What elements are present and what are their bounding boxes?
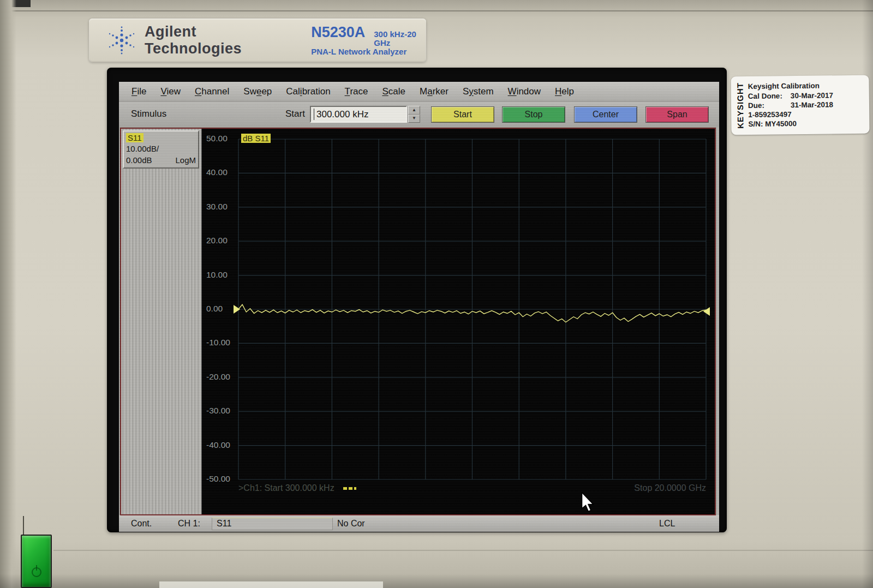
measurement-status: S11 xyxy=(217,519,231,528)
stimulus-toolbar: Stimulus Start ▲ ▼ StartStopCenterSpan xyxy=(119,102,719,127)
span-button[interactable]: Span xyxy=(645,106,709,123)
frequency-range: 300 kHz-20 GHz xyxy=(374,30,426,47)
panel-bottom-shade xyxy=(0,574,873,588)
sweep-mode-status: Cont. xyxy=(131,519,152,529)
plot-area: -50.00-40.00-30.00-20.00-10.000.0010.002… xyxy=(202,129,715,514)
mouse-cursor xyxy=(581,493,597,512)
menu-marker[interactable]: Marker xyxy=(412,86,456,97)
sweep-indicator xyxy=(343,487,356,490)
menu-view[interactable]: View xyxy=(153,86,188,97)
spinner-up-button[interactable]: ▲ xyxy=(408,106,420,115)
calibration-sticker: KEYSIGHT Keysight Calibration Cal Done:3… xyxy=(731,75,869,135)
product-line: PNA-L Network Analyzer xyxy=(311,47,426,56)
model-block: N5230A 300 kHz-20 GHz PNA-L Network Anal… xyxy=(311,25,426,56)
trace-scale: 10.00dB/ xyxy=(126,143,196,154)
analyzer-application: FileViewChannelSweepCalibrationTraceScal… xyxy=(119,82,719,532)
status-bar: Cont. CH 1: S11 No Cor LCL xyxy=(119,515,719,532)
menu-calibration[interactable]: Calibration xyxy=(279,86,337,97)
channel-start-annotation: >Ch1: Start 300.000 kHz xyxy=(238,483,334,493)
stop-button[interactable]: Stop xyxy=(502,106,565,123)
desk-edge xyxy=(159,581,383,588)
panel-left-shade xyxy=(0,0,16,588)
model-number: N5230A xyxy=(311,25,365,40)
menu-scale[interactable]: Scale xyxy=(375,86,412,97)
panel-seam xyxy=(53,550,873,551)
menu-system[interactable]: System xyxy=(456,86,501,97)
power-button-seam xyxy=(23,516,24,536)
stop-annotation: Stop 20.0000 GHz xyxy=(634,483,706,493)
center-button[interactable]: Center xyxy=(574,106,637,123)
menu-file[interactable]: File xyxy=(124,86,153,97)
control-status: LCL xyxy=(659,519,675,529)
sticker-title: Keysight Calibration xyxy=(748,81,833,92)
start-field-label: Start xyxy=(285,109,305,119)
menu-trace[interactable]: Trace xyxy=(338,86,375,97)
reference-level-marker-right xyxy=(703,307,710,316)
start-frequency-input[interactable] xyxy=(310,106,407,123)
text-caret xyxy=(314,109,314,120)
trace-status-box[interactable]: S11 10.00dB/ 0.00dB LogM xyxy=(123,130,199,169)
spinner-down-button[interactable]: ▼ xyxy=(408,115,420,123)
grid-and-trace xyxy=(202,129,715,514)
brand-name: Agilent Technologies xyxy=(145,23,287,57)
trace-panel: S11 10.00dB/ 0.00dB LogM xyxy=(121,129,202,514)
menu-window[interactable]: Window xyxy=(501,86,548,97)
menu-help[interactable]: Help xyxy=(548,86,581,97)
sticker-rows: Cal Done:30-Mar-2017Due:31-Mar-2018 xyxy=(748,91,833,110)
toolbar-title: Stimulus xyxy=(131,109,166,119)
brand-plate: Agilent Technologies N5230A 300 kHz-20 G… xyxy=(89,19,426,62)
menu-channel[interactable]: Channel xyxy=(188,86,236,97)
instrument-front-panel: { "brand": { "name": "Agilent Technologi… xyxy=(0,0,873,588)
correction-status: No Cor xyxy=(337,519,365,529)
trace-format: LogM xyxy=(175,155,196,166)
sticker-id: 1-859253497 xyxy=(748,109,833,119)
sticker-row-value: 30-Mar-2017 xyxy=(791,91,833,100)
menu-sweep[interactable]: Sweep xyxy=(236,86,279,97)
frequency-spinner: ▲ ▼ xyxy=(408,106,420,123)
start-button[interactable]: Start xyxy=(431,106,494,123)
agilent-starburst-icon xyxy=(107,25,136,56)
menu-bar: FileViewChannelSweepCalibrationTraceScal… xyxy=(119,82,719,101)
sticker-row-label: Cal Done: xyxy=(748,91,788,101)
channel-status: CH 1: xyxy=(178,519,200,529)
sticker-row-value: 31-Mar-2018 xyxy=(791,100,833,110)
plot-trace-label: dB S11 xyxy=(241,134,271,143)
trace-name-chip: S11 xyxy=(126,133,143,142)
reference-level-marker-left xyxy=(234,305,240,314)
measurement-window: S11 10.00dB/ 0.00dB LogM -50.00-40.00-30… xyxy=(120,128,716,515)
panel-top-groove xyxy=(0,10,873,11)
power-button[interactable] xyxy=(21,535,52,588)
power-icon xyxy=(32,567,41,577)
measurement-status-box: S11 xyxy=(212,518,333,530)
sticker-row-label: Due: xyxy=(748,100,788,110)
sticker-keysight-logo: KEYSIGHT xyxy=(736,82,745,129)
trace-reference: 0.00dB xyxy=(126,155,152,166)
sticker-serial: S/N: MY45000 xyxy=(748,119,833,129)
